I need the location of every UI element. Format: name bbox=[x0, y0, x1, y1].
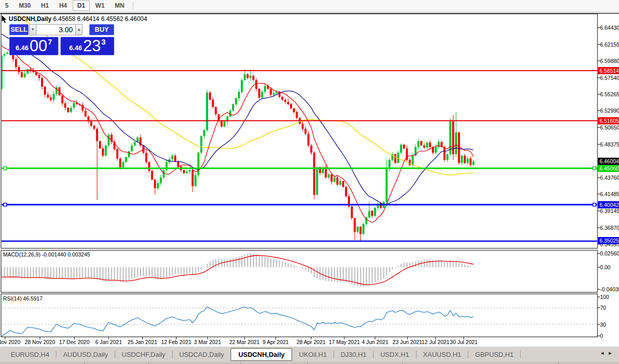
rsi-axis-label: 100 bbox=[600, 294, 609, 300]
sell-price-big: 00 bbox=[30, 38, 47, 54]
date-axis-label: 23 Jun 2021 bbox=[393, 339, 422, 345]
date-axis-label: 17 May 2021 bbox=[329, 339, 360, 345]
sell-price-prefix: 6.46 bbox=[15, 44, 28, 52]
sell-price-tile[interactable]: 6.46 00 7 bbox=[9, 37, 58, 55]
chart-tab-gbpusd[interactable]: GBPUSD,H1 bbox=[468, 349, 520, 360]
date-axis-label: 25 Jan 2021 bbox=[128, 339, 157, 345]
buy-price-pip: 3 bbox=[101, 37, 106, 46]
timeframe-button-d1[interactable]: D1 bbox=[73, 1, 90, 11]
timeframe-button-w1[interactable]: W1 bbox=[91, 1, 109, 11]
price-axis-label: 6.55265 bbox=[600, 91, 619, 97]
volume-decrease-button[interactable]: ▼ bbox=[29, 24, 36, 35]
volume-input[interactable] bbox=[36, 24, 75, 35]
one-click-trade-panel: SELL ▼ ▲ BUY 6.46 00 7 6.46 23 3 bbox=[9, 24, 114, 56]
date-axis-label: 30 Jul 2021 bbox=[450, 339, 478, 345]
chart-tab-eurusd[interactable]: EURUSD,H4 bbox=[4, 349, 56, 360]
price-axis-label: 6.36870 bbox=[600, 225, 619, 231]
macd-panel bbox=[1, 250, 597, 292]
price-tag: 6.46004 bbox=[598, 158, 619, 165]
macd-indicator-caption: MACD(12,26,9) -0.001440 0.003245 bbox=[3, 251, 90, 258]
toolbar-separator bbox=[133, 2, 133, 10]
hline-handle bbox=[4, 203, 7, 206]
timeframe-button-h4[interactable]: H4 bbox=[54, 1, 71, 11]
sell-button[interactable]: SELL bbox=[9, 24, 29, 35]
rsi-indicator-caption: RSI(14) 46.5917 bbox=[3, 295, 43, 302]
chart-tab-audusd[interactable]: AUDUSD,Daily bbox=[56, 349, 114, 360]
price-axis-label: 6.41485 bbox=[600, 191, 619, 197]
price-axis-label: 6.59880 bbox=[600, 58, 619, 64]
tab-scroll-arrows[interactable]: ◄► bbox=[600, 350, 616, 356]
tab-separator bbox=[520, 351, 521, 358]
date-axis-label: 3 Mar 2021 bbox=[194, 339, 221, 345]
chart-tab-xauusd[interactable]: XAUUSD,H1 bbox=[417, 349, 468, 360]
mouse-cursor-icon bbox=[1, 14, 9, 24]
price-axis-label: 6.50650 bbox=[600, 124, 619, 131]
timeframe-button-m30[interactable]: M30 bbox=[14, 1, 35, 11]
chart-title: USDCNH,Daily 6.45658 6.46414 6.45562 6.4… bbox=[9, 15, 147, 23]
hline-handle bbox=[593, 167, 596, 170]
buy-price-prefix: 6.46 bbox=[69, 44, 82, 52]
date-axis-label: 4 Jun 2021 bbox=[362, 339, 388, 345]
timeframe-toolbar: 5M30H1H4D1W1MN bbox=[0, 0, 619, 12]
macd-axis-label: -0.040386 bbox=[600, 286, 619, 292]
price-tag: 6.58514 bbox=[598, 67, 619, 74]
tab-scroll-right-icon[interactable]: ► bbox=[608, 350, 616, 356]
timeframe-button-mn[interactable]: MN bbox=[110, 1, 129, 11]
price-tag: 6.40042 bbox=[598, 201, 619, 208]
price-axis-label: 6.52990 bbox=[600, 108, 619, 114]
buy-price-tile[interactable]: 6.46 23 3 bbox=[60, 37, 114, 55]
date-axis-label: 6 Jan 2021 bbox=[95, 339, 122, 345]
rsi-axis-label: 30 bbox=[600, 322, 606, 328]
price-tag: 6.45060 bbox=[598, 165, 619, 172]
macd-axis-label: 0.00 bbox=[600, 264, 610, 270]
hline-handle bbox=[593, 203, 596, 206]
sell-price-pip: 7 bbox=[48, 37, 52, 46]
rsi-axis-label: 0 bbox=[600, 333, 603, 339]
chart-tab-bar: EURUSD,H4AUDUSD,DailyUSDCHF,DailyUSDCAD,… bbox=[0, 347, 619, 362]
chart-tab-usdcad[interactable]: USDCAD,Daily bbox=[173, 349, 231, 360]
price-axis-label: 6.62155 bbox=[600, 41, 619, 48]
rsi-panel bbox=[1, 294, 597, 337]
price-tag: 6.35025 bbox=[598, 237, 619, 244]
hline-handle bbox=[4, 167, 7, 170]
chart-tab-usdx[interactable]: USDX,H1 bbox=[374, 349, 416, 360]
trading-platform-window: 5M30H1H4D1W1MN USDCNH,Daily 6.45658 6.46… bbox=[0, 0, 619, 364]
macd-axis-label: 0.025609 bbox=[600, 250, 619, 256]
chart-tab-dj30[interactable]: DJ30,H1 bbox=[334, 349, 374, 360]
chart-tab-ukoil[interactable]: UKOil,H1 bbox=[292, 349, 333, 360]
date-axis-label: 9 Apr 2021 bbox=[263, 339, 289, 345]
date-axis-label: 10 Nov 2020 bbox=[0, 339, 20, 345]
price-axis-label: 6.39145 bbox=[600, 208, 619, 214]
price-axis-label: 6.48375 bbox=[600, 141, 619, 147]
price-tag: 6.51605 bbox=[598, 117, 619, 124]
price-axis-label: 6.57540 bbox=[600, 75, 619, 81]
date-axis-label: 12 Feb 2021 bbox=[161, 339, 192, 345]
timeframe-button-h1[interactable]: H1 bbox=[36, 1, 53, 11]
date-axis-label: 22 Mar 2021 bbox=[230, 339, 260, 345]
chart-ohlc-values: 6.45658 6.46414 6.45562 6.46004 bbox=[53, 15, 148, 23]
date-axis-label: 28 Nov 2020 bbox=[25, 339, 55, 345]
chart-tab-usdcnh[interactable]: USDCNH,Daily bbox=[231, 348, 292, 361]
volume-increase-button[interactable]: ▲ bbox=[75, 24, 82, 35]
price-axis-label: 6.64430 bbox=[600, 25, 619, 31]
buy-button[interactable]: BUY bbox=[89, 24, 114, 35]
date-axis-label: 17 Dec 2020 bbox=[59, 339, 90, 345]
date-axis-label: 28 Apr 2021 bbox=[297, 339, 326, 345]
buy-price-big: 23 bbox=[83, 38, 100, 54]
price-axis-label: 6.43760 bbox=[600, 175, 619, 181]
timeframe-button-5[interactable]: 5 bbox=[1, 1, 13, 11]
rsi-axis-label: 70 bbox=[600, 305, 606, 311]
chart-symbol-timeframe: USDCNH,Daily bbox=[9, 15, 51, 23]
date-axis-label: 12 Jul 2021 bbox=[422, 339, 449, 345]
tab-scroll-left-icon[interactable]: ◄ bbox=[600, 350, 608, 356]
chart-tab-usdchf[interactable]: USDCHF,Daily bbox=[115, 349, 172, 360]
